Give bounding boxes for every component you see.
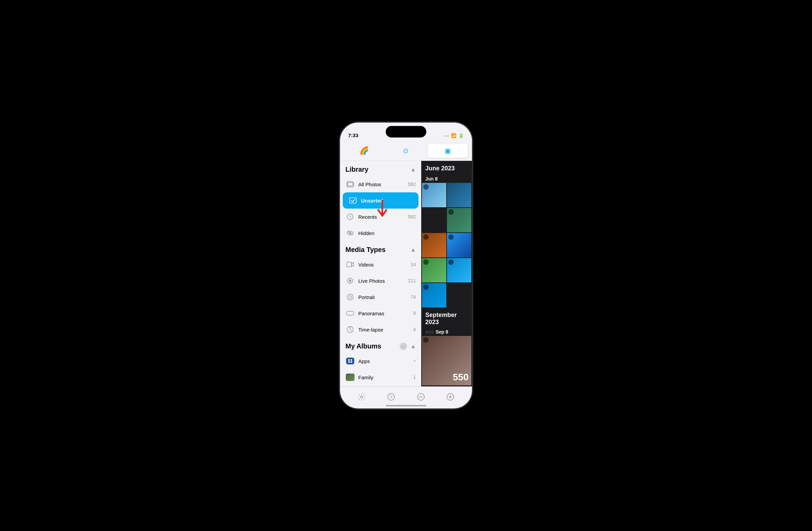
photo-indicator-7 (448, 260, 454, 265)
my-albums-section-header: My Albums ··· ▲ (340, 338, 421, 353)
photo-indicator-5 (448, 234, 454, 240)
photo-count: 550 (453, 372, 468, 383)
status-icons: ···· 📶 🔋 (444, 133, 464, 138)
library-chevron[interactable]: ▲ (410, 167, 416, 173)
live-photos-count: 211 (408, 278, 416, 283)
date-header-june: June 2023 (421, 161, 472, 175)
sidebar-item-recents[interactable]: Recents 582 (340, 209, 421, 225)
photo-cell-4[interactable] (422, 233, 446, 257)
family-label: Family (358, 375, 413, 380)
top-tab-bar: 🌈 ⊙ ▣ (340, 141, 472, 161)
photo-cell-3[interactable] (447, 208, 471, 232)
photo-indicator-sep-1 (423, 337, 429, 343)
recents-icon (345, 212, 355, 222)
photo-cell-7[interactable] (447, 258, 471, 282)
photo-indicator-1 (423, 184, 429, 190)
sidebar-item-panoramas[interactable]: Panoramas 9 (340, 305, 421, 321)
svg-rect-17 (350, 361, 352, 363)
photo-cell-sep-1[interactable]: 550 (422, 336, 471, 386)
svg-rect-0 (347, 183, 353, 187)
hidden-icon (345, 228, 355, 238)
media-types-section-header: Media Types ▲ (340, 241, 421, 256)
hidden-label: Hidden (358, 230, 416, 236)
sidebar-item-live-photos[interactable]: Live Photos 211 (340, 273, 421, 289)
sidebar-item-videos[interactable]: Videos 14 (340, 256, 421, 273)
wifi-icon: 📶 (451, 133, 456, 138)
status-bar: 7:33 ···· 📶 🔋 (340, 123, 472, 141)
tab-photos[interactable]: 🌈 (344, 143, 385, 158)
svg-point-7 (349, 280, 351, 282)
sidebar-item-food[interactable]: Food 2 (340, 386, 421, 387)
svg-rect-2 (349, 198, 356, 203)
date-header-september: September 2023 (421, 307, 472, 329)
videos-icon (345, 260, 355, 269)
battery-icon: 🔋 (459, 133, 464, 138)
albums-more-btn[interactable]: ··· (400, 343, 407, 350)
photo-cell-1[interactable] (422, 183, 446, 207)
photo-cell-6[interactable] (422, 258, 446, 282)
svg-point-18 (361, 396, 363, 398)
main-content: Library ▲ All Photos 582 (340, 161, 472, 387)
panoramas-count: 9 (413, 310, 416, 316)
more-button[interactable] (415, 391, 426, 403)
sidebar-item-hidden[interactable]: Hidden (340, 225, 421, 241)
library-section-header: Library ▲ (340, 161, 421, 176)
date-sub-sep8: Sep 8 (435, 329, 448, 335)
photo-cell-2[interactable] (447, 183, 471, 207)
dots-icon: ···· (444, 133, 449, 138)
svg-point-23 (420, 396, 421, 397)
all-photos-label: All Photos (358, 182, 408, 187)
apps-label: Apps (358, 358, 414, 364)
year-label: 2023 (425, 330, 433, 334)
svg-rect-15 (350, 359, 352, 361)
sidebar-item-portrait[interactable]: Portrait 74 (340, 289, 421, 305)
media-types-chevron[interactable]: ▲ (410, 247, 416, 253)
sidebar: Library ▲ All Photos 582 (340, 161, 421, 387)
all-photos-count: 582 (408, 182, 416, 187)
sidebar-item-all-photos[interactable]: All Photos 582 (340, 176, 421, 192)
albums-chevron[interactable]: ▲ (410, 344, 416, 349)
sidebar-item-family[interactable]: Family 1 (340, 369, 421, 386)
photo-indicator-6 (423, 260, 429, 265)
help-button[interactable]: ? (386, 391, 397, 403)
photo-cell-8[interactable] (422, 283, 446, 307)
sidebar-tab-icon: ▣ (445, 146, 451, 155)
svg-text:?: ? (390, 394, 392, 400)
family-icon (345, 373, 355, 382)
apps-chevron-down: ▾ (414, 358, 416, 364)
family-count: 1 (413, 375, 416, 380)
home-indicator (386, 405, 426, 406)
videos-label: Videos (358, 262, 410, 267)
panoramas-icon (345, 308, 355, 318)
dynamic-island (386, 126, 426, 138)
photo-panel: June 2023 Jun 8 (421, 161, 472, 387)
albums-controls: ··· ▲ (400, 343, 416, 350)
settings-button[interactable] (356, 391, 367, 403)
portrait-count: 74 (410, 294, 416, 300)
tab-albums[interactable]: ⊙ (386, 143, 426, 158)
svg-rect-14 (348, 359, 350, 361)
recents-label: Recents (358, 214, 408, 220)
unsorted-icon (348, 196, 358, 205)
tab-sidebar[interactable]: ▣ (427, 143, 468, 158)
phone-frame: 7:33 ···· 📶 🔋 🌈 ⊙ ▣ (340, 123, 472, 408)
live-photos-icon (345, 276, 355, 285)
photo-cell-5[interactable] (447, 233, 471, 257)
sidebar-item-apps[interactable]: Apps ▾ (340, 353, 421, 369)
svg-point-22 (419, 396, 420, 397)
status-time: 7:33 (348, 132, 358, 138)
photo-indicator-4 (423, 234, 429, 240)
portrait-icon (345, 292, 355, 302)
videos-count: 14 (410, 262, 416, 267)
svg-rect-6 (347, 262, 351, 267)
svg-point-24 (422, 396, 423, 397)
recents-count: 582 (408, 214, 416, 220)
june-photo-grid (421, 183, 472, 307)
add-button[interactable] (445, 391, 456, 403)
sidebar-item-unsorted[interactable]: Unsorted (343, 192, 419, 209)
unsorted-label: Unsorted (361, 198, 413, 204)
timelapse-label: Time-lapse (358, 327, 413, 333)
sidebar-item-timelapse[interactable]: Time-lapse 4 (340, 321, 421, 338)
all-photos-icon (345, 180, 355, 189)
timelapse-count: 4 (413, 327, 416, 332)
